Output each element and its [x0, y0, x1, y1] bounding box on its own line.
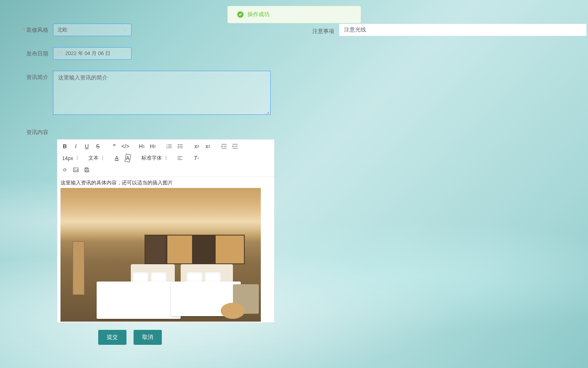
underline-icon[interactable]: U	[82, 142, 91, 151]
font-color-icon[interactable]: A	[112, 154, 121, 162]
submit-button[interactable]: 提交	[98, 330, 126, 345]
editor-toolbar: B I U S ” </> H1 H2 123 x2 x2	[57, 140, 274, 177]
publish-date-input[interactable]: 2022 年 04 月 06 日	[53, 47, 132, 60]
check-circle-icon	[237, 11, 244, 18]
svg-rect-0	[58, 52, 62, 56]
svg-point-14	[178, 147, 179, 148]
svg-rect-28	[86, 170, 88, 172]
content-label: 资讯内容	[16, 126, 53, 136]
unordered-list-icon[interactable]	[176, 142, 185, 151]
code-icon[interactable]: </>	[121, 142, 130, 151]
h2-icon[interactable]: H2	[148, 142, 157, 151]
calendar-icon	[57, 51, 63, 56]
cancel-button[interactable]: 取消	[134, 330, 162, 345]
svg-point-26	[75, 169, 75, 170]
svg-text:3: 3	[167, 147, 168, 149]
style-label: 装修风格	[16, 24, 53, 34]
clear-format-icon[interactable]: T×	[192, 154, 201, 162]
toast-message: 操作成功	[247, 11, 269, 18]
link-icon[interactable]	[60, 166, 69, 174]
save-icon[interactable]	[82, 166, 91, 174]
align-icon[interactable]	[176, 154, 184, 162]
style-value: 北欧	[57, 26, 68, 33]
italic-icon[interactable]: I	[71, 142, 80, 151]
h1-icon[interactable]: H1	[137, 142, 146, 151]
svg-point-12	[178, 146, 179, 147]
svg-rect-27	[86, 168, 88, 169]
bold-icon[interactable]: B	[60, 142, 69, 151]
inserted-image[interactable]	[60, 188, 261, 322]
font-family-select[interactable]: 标准字体▕	[140, 155, 168, 162]
publish-date-label: 发布日期	[16, 47, 53, 57]
image-icon[interactable]	[71, 166, 80, 174]
outdent-icon[interactable]	[220, 142, 229, 151]
rich-text-editor: B I U S ” </> H1 H2 123 x2 x2	[57, 139, 275, 323]
chevron-down-icon	[123, 28, 127, 32]
success-toast: 操作成功	[227, 6, 361, 23]
publish-date-value: 2022 年 04 月 06 日	[65, 50, 110, 57]
strikethrough-icon[interactable]: S	[93, 142, 102, 151]
style-select[interactable]: 北欧	[53, 24, 132, 36]
ordered-list-icon[interactable]: 123	[165, 142, 174, 151]
superscript-icon[interactable]: x2	[203, 142, 212, 151]
editor-text: 这里输入资讯的具体内容，还可以适当的插入图片	[60, 179, 271, 186]
resize-handle-icon[interactable]	[266, 110, 269, 114]
quote-icon[interactable]: ”	[110, 142, 119, 151]
paragraph-select[interactable]: 文本▕	[87, 155, 104, 162]
summary-textarea[interactable]: 这里输入资讯的简介	[53, 71, 271, 115]
subscript-icon[interactable]: x2	[192, 142, 201, 151]
font-size-select[interactable]: 14px▕	[60, 155, 79, 161]
editor-body[interactable]: 这里输入资讯的具体内容，还可以适当的插入图片	[57, 177, 274, 322]
bg-color-icon[interactable]: A	[123, 154, 132, 162]
indent-icon[interactable]	[231, 142, 240, 151]
summary-value: 这里输入资讯的简介	[58, 74, 108, 81]
svg-point-10	[178, 144, 179, 145]
summary-label: 资讯简介	[16, 71, 53, 81]
